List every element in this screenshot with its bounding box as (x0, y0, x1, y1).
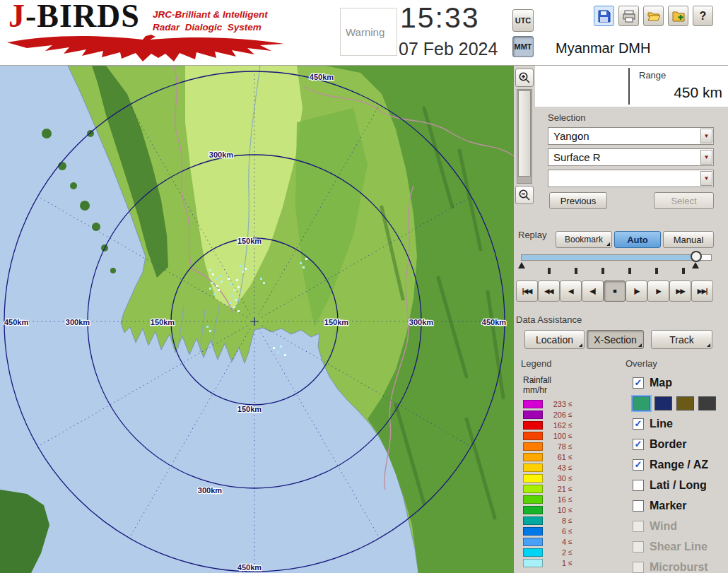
overlay-item-label: Map (650, 377, 672, 389)
legend-lte-symbol: ≤ (568, 538, 573, 545)
legend-value: 21 (548, 485, 566, 493)
data-assistance-label: Data Assistance (516, 314, 582, 325)
legend-value: 4 (548, 538, 566, 546)
legend-row: 100≤ (523, 430, 573, 441)
location-button[interactable]: Location (524, 330, 585, 349)
range-readout: Range 450 km (535, 66, 728, 107)
legend-value: 8 (548, 516, 566, 525)
save-button[interactable] (594, 6, 614, 26)
legend-lte-symbol: ≤ (568, 442, 573, 450)
legend-lte-symbol: ≤ (568, 463, 573, 471)
overlay-item-line: ✓Line (633, 415, 728, 432)
ring-label: 150km (237, 405, 262, 413)
print-button[interactable] (618, 6, 639, 26)
legend-color-swatch (523, 506, 543, 514)
option-dropdown[interactable]: ▼ (548, 170, 714, 187)
legend-lte-symbol: ≤ (568, 400, 573, 408)
timeline-tick (682, 268, 685, 274)
chevron-down-icon[interactable]: ▼ (700, 129, 712, 143)
ring-label: 450km (237, 563, 262, 572)
manual-mode-button[interactable]: Manual (663, 231, 714, 248)
checkbox[interactable] (633, 541, 644, 553)
map-style-swatch-2[interactable] (676, 396, 694, 410)
legend-value: 30 (548, 474, 566, 483)
step-back-button[interactable]: ◀| (582, 280, 604, 302)
legend-row: 233≤ (523, 398, 573, 409)
stop-button[interactable]: ■ (604, 280, 626, 302)
overlay-label: Overlay (626, 358, 657, 369)
help-button[interactable]: ? (693, 6, 713, 26)
legend-lte-symbol: ≤ (568, 432, 573, 439)
overlay-item-marker: Marker (633, 497, 728, 514)
ring-label: 300km (409, 318, 433, 326)
legend-lte-symbol: ≤ (568, 453, 573, 461)
legend-lte-symbol: ≤ (568, 410, 573, 418)
ring-label: 150km (151, 318, 175, 326)
jbirds-app: J-BIRDS JRC-Brilliant & IntelligentRadar… (0, 0, 728, 573)
timeline-slider-handle[interactable] (691, 251, 702, 262)
zoom-in-button[interactable] (515, 69, 534, 87)
map-style-swatch-1[interactable] (654, 396, 672, 410)
zoom-slider-thumb[interactable] (518, 90, 531, 177)
mmt-toggle-button[interactable]: MMT (512, 36, 534, 57)
track-button[interactable]: Track (651, 330, 712, 349)
range-label: Range (639, 70, 666, 81)
fast-forward-button[interactable]: ▶▶ (669, 280, 691, 302)
overlay-item-label: Marker (650, 500, 686, 512)
legend-value: 2 (548, 548, 566, 557)
utc-toggle-button[interactable]: UTC (512, 9, 534, 32)
replay-label: Replay (518, 230, 546, 240)
open-file-button[interactable] (643, 6, 664, 26)
checkbox[interactable] (633, 480, 644, 491)
warning-indicator[interactable]: Warning (340, 8, 397, 56)
checkbox[interactable] (633, 562, 644, 573)
play-button[interactable]: ▶ (647, 280, 669, 302)
previous-button[interactable]: Previous (549, 192, 607, 209)
tagline-line2: Radar Dialogic System (153, 22, 262, 33)
fast-rewind-button[interactable]: ◀◀ (538, 280, 560, 302)
checkbox[interactable]: ✓ (633, 459, 644, 471)
bookmark-button[interactable]: Bookmark (556, 231, 612, 248)
radar-map-display: 450km300km150km150km300km450km450km300km… (0, 66, 514, 573)
legend-color-swatch (523, 442, 543, 451)
zoom-out-icon (518, 189, 531, 201)
station-dropdown[interactable]: Yangon ▼ (548, 127, 714, 145)
checkbox[interactable]: ✓ (633, 377, 644, 389)
legend-color-swatch (523, 410, 543, 419)
legend-row: 16≤ (523, 494, 573, 504)
play-reverse-button[interactable]: ◀ (560, 280, 582, 302)
legend-value: 78 (548, 442, 566, 451)
add-folder-button[interactable] (668, 6, 688, 26)
legend-label: Legend (521, 358, 551, 369)
chevron-down-icon[interactable]: ▼ (700, 150, 712, 165)
checkbox[interactable] (633, 500, 644, 512)
legend-color-swatch (523, 516, 543, 525)
legend-row: 8≤ (523, 515, 573, 526)
map-style-swatch-0[interactable] (633, 396, 650, 410)
station-title: Myanmar DMH (556, 40, 650, 57)
checkbox[interactable]: ✓ (633, 439, 644, 450)
overlay-item-label: Border (650, 438, 686, 451)
zoom-slider-track[interactable] (517, 89, 532, 184)
step-forward-button[interactable]: |▶ (626, 280, 647, 302)
legend-row: 2≤ (523, 547, 573, 557)
checkbox[interactable] (633, 521, 644, 532)
map-style-swatch-3[interactable] (698, 396, 716, 410)
legend-lte-symbol: ≤ (568, 421, 573, 429)
legend-color-swatch (523, 421, 543, 430)
skip-to-end-button[interactable]: ▶▶| (691, 280, 713, 302)
legend-color-swatch (523, 495, 543, 504)
overlay-item-lati-long: Lati / Long (633, 477, 728, 493)
timeline-slider-track[interactable] (521, 254, 712, 261)
legend-value: 43 (548, 463, 566, 472)
zoom-out-button[interactable] (515, 186, 534, 204)
skip-to-start-button[interactable]: |◀◀ (516, 280, 538, 302)
overlay-item-label: Range / AZ (650, 459, 708, 471)
checkbox[interactable]: ✓ (633, 418, 644, 430)
select-button[interactable]: Select (654, 192, 714, 209)
ring-label: 300km (209, 150, 233, 159)
auto-mode-button[interactable]: Auto (614, 231, 661, 248)
chevron-down-icon[interactable]: ▼ (700, 171, 712, 186)
xsection-button[interactable]: X-Section (587, 330, 644, 349)
product-dropdown[interactable]: Surface R ▼ (548, 148, 714, 166)
